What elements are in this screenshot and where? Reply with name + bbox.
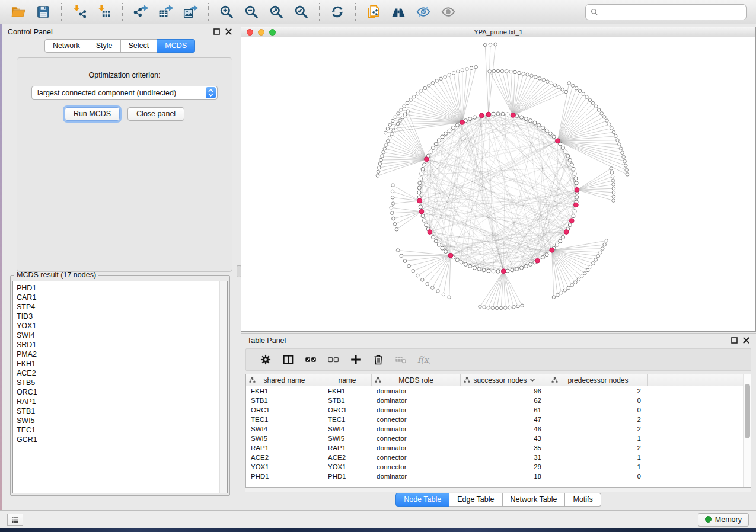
cell-name[interactable]: SWI5 [323, 435, 372, 442]
export-image-button[interactable] [180, 2, 200, 22]
delete-columns-button[interactable] [367, 350, 390, 369]
cell-MCDS-role[interactable]: connector [372, 463, 461, 470]
table-row[interactable]: STB1STB1dominator620 [246, 396, 751, 405]
cell-predecessor-nodes[interactable]: 1 [548, 454, 648, 461]
memory-button[interactable]: Memory [698, 513, 749, 527]
cell-shared-name[interactable]: FKH1 [246, 387, 323, 395]
run-mcds-button[interactable]: Run MCDS [65, 107, 120, 121]
cell-name[interactable]: RAP1 [323, 444, 372, 451]
export-table-button[interactable] [155, 2, 176, 22]
float-table-panel-icon[interactable] [731, 337, 738, 344]
tab-mcds[interactable]: MCDS [157, 39, 195, 53]
cell-predecessor-nodes[interactable]: 0 [548, 406, 648, 414]
cell-name[interactable]: ACE2 [323, 454, 372, 461]
tab-style[interactable]: Style [88, 39, 121, 53]
table-row[interactable]: ORC1ORC1dominator610 [246, 405, 751, 415]
cell-successor-nodes[interactable]: 29 [461, 463, 548, 470]
binoculars-button[interactable] [388, 2, 409, 22]
mcds-result-item[interactable]: ACE2 [17, 368, 219, 378]
cell-predecessor-nodes[interactable]: 1 [548, 463, 648, 470]
cell-shared-name[interactable]: SWI5 [246, 435, 323, 442]
mcds-result-item[interactable]: SWI4 [17, 331, 219, 340]
cell-MCDS-role[interactable]: dominator [372, 387, 461, 395]
column-header-MCDS-role[interactable]: MCDS role [372, 374, 461, 386]
show-columns-button[interactable] [277, 350, 299, 369]
mcds-result-item[interactable]: GCR1 [17, 435, 219, 444]
cell-successor-nodes[interactable]: 62 [461, 397, 548, 404]
mcds-result-item[interactable]: CAR1 [17, 293, 219, 302]
function-builder-button[interactable]: f(x) [412, 350, 435, 369]
cell-shared-name[interactable]: YOX1 [246, 463, 323, 470]
mcds-result-item[interactable]: SRD1 [17, 340, 219, 350]
cell-MCDS-role[interactable]: dominator [372, 444, 461, 451]
mcds-result-item[interactable]: ORC1 [17, 387, 219, 397]
cell-successor-nodes[interactable]: 47 [461, 416, 548, 423]
mcds-result-list[interactable]: PHD1CAR1STP4TID3YOX1SWI4SRD1PMA2FKH1ACE2… [12, 281, 228, 493]
column-header-predecessor-nodes[interactable]: predecessor nodes [548, 374, 648, 386]
select-all-button[interactable] [299, 350, 322, 369]
tab-network[interactable]: Network [44, 39, 88, 53]
cell-MCDS-role[interactable]: dominator [372, 425, 461, 432]
table-row[interactable]: ACE2ACE2connector311 [246, 453, 751, 462]
cell-shared-name[interactable]: RAP1 [246, 444, 323, 451]
delete-table-button[interactable] [390, 350, 412, 369]
mcds-result-item[interactable]: RAP1 [17, 397, 219, 406]
column-header-successor-nodes[interactable]: successor nodes [461, 374, 548, 386]
cell-shared-name[interactable]: PHD1 [246, 473, 323, 480]
table-row[interactable]: RAP1RAP1dominator352 [246, 443, 751, 453]
mcds-list-scrollbar[interactable] [219, 281, 227, 493]
cell-MCDS-role[interactable]: dominator [372, 406, 461, 414]
table-options-button[interactable] [254, 350, 277, 369]
zoom-in-button[interactable] [216, 2, 237, 22]
cell-shared-name[interactable]: SWI4 [246, 425, 323, 432]
cell-predecessor-nodes[interactable]: 0 [548, 397, 648, 404]
cell-shared-name[interactable]: STB1 [246, 397, 323, 404]
cell-predecessor-nodes[interactable]: 0 [548, 473, 648, 480]
table-row[interactable]: FKH1FKH1dominator962 [246, 386, 751, 396]
cell-predecessor-nodes[interactable]: 1 [548, 435, 648, 442]
hide-graphics-details-button[interactable] [413, 2, 433, 22]
cell-successor-nodes[interactable]: 61 [461, 406, 548, 414]
cell-shared-name[interactable]: TEC1 [246, 416, 323, 423]
criterion-select[interactable]: largest connected component (undirected) [31, 86, 218, 100]
cell-MCDS-role[interactable]: connector [372, 435, 461, 442]
cell-predecessor-nodes[interactable]: 2 [548, 444, 648, 451]
zoom-selected-button[interactable] [291, 2, 311, 22]
mcds-result-item[interactable]: STB5 [17, 378, 219, 387]
close-table-panel-icon[interactable] [743, 337, 749, 344]
cell-MCDS-role[interactable]: connector [372, 454, 461, 461]
table-tab-node-table[interactable]: Node Table [395, 493, 449, 507]
zoom-out-button[interactable] [241, 2, 261, 22]
cell-predecessor-nodes[interactable]: 2 [548, 425, 648, 432]
cell-successor-nodes[interactable]: 46 [461, 425, 548, 432]
table-row[interactable]: YOX1YOX1connector291 [246, 462, 751, 472]
cell-successor-nodes[interactable]: 31 [461, 454, 548, 461]
mcds-result-item[interactable]: PHD1 [17, 283, 219, 293]
apply-preferred-layout-button[interactable] [327, 2, 347, 22]
cell-MCDS-role[interactable]: dominator [372, 397, 461, 404]
mcds-result-item[interactable]: SWI5 [17, 416, 219, 425]
cell-successor-nodes[interactable]: 43 [461, 435, 548, 442]
search-field[interactable] [602, 8, 742, 16]
network-canvas[interactable] [241, 37, 755, 331]
cell-successor-nodes[interactable]: 96 [461, 387, 548, 395]
cell-MCDS-role[interactable]: dominator [372, 473, 461, 480]
table-row[interactable]: TEC1TEC1connector472 [246, 415, 751, 424]
export-network-button[interactable] [130, 2, 151, 22]
table-row[interactable]: PHD1PHD1dominator180 [246, 472, 751, 481]
network-titlebar[interactable]: YPA_prune.txt_1 [241, 27, 755, 37]
table-row[interactable]: SWI4SWI4dominator462 [246, 424, 751, 434]
save-session-button[interactable] [33, 2, 53, 22]
table-tab-network-table[interactable]: Network Table [503, 493, 566, 507]
cell-name[interactable]: YOX1 [323, 463, 372, 470]
cell-shared-name[interactable]: ORC1 [246, 406, 323, 414]
cell-name[interactable]: TEC1 [323, 416, 372, 423]
task-history-button[interactable] [7, 514, 23, 526]
cell-name[interactable]: SWI4 [323, 425, 372, 432]
table-horizontal-scrollbar[interactable] [245, 488, 751, 492]
cell-successor-nodes[interactable]: 35 [461, 444, 548, 451]
tab-select[interactable]: Select [121, 39, 158, 53]
table-tab-edge-table[interactable]: Edge Table [449, 493, 502, 507]
mcds-result-item[interactable]: TEC1 [17, 425, 219, 435]
search-input[interactable] [585, 4, 747, 20]
